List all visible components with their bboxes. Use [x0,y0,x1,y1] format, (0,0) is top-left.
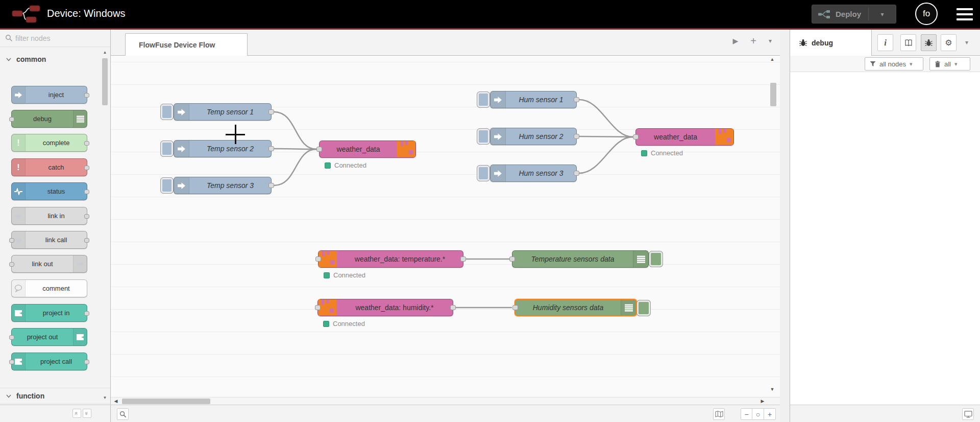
debug-clear-button[interactable]: all ▾ [929,57,970,71]
scrollbar-thumb[interactable] [770,83,776,106]
palette-category-function[interactable]: function [0,388,110,404]
input-port[interactable] [315,256,321,262]
zoom-reset-button[interactable]: ○ [752,408,764,420]
output-port[interactable] [574,97,579,102]
palette-node-link-in[interactable]: link in [11,207,87,225]
palette-node-link-call[interactable]: link call [11,231,87,249]
scroll-down-icon[interactable]: ▼ [768,386,777,393]
scroll-right-icon[interactable]: ▶ [758,397,767,405]
flow-canvas[interactable]: Temp sensor 1 Temp sensor 2 Temp sensor … [111,56,780,397]
config-nodes-tab-button[interactable]: ⚙ [941,34,957,51]
add-flow-button[interactable]: + [750,37,756,44]
info-tab-button[interactable]: i [877,34,893,51]
palette-node-inject[interactable]: inject [11,86,87,104]
tab-flowfuse-device-flow[interactable]: FlowFuse Device Flow [125,33,248,56]
palette-node-project-in[interactable]: project in [11,304,87,322]
flow-node-temperature-sensors-data[interactable]: Temperature sensors data [512,250,649,268]
canvas-vertical-scrollbar[interactable]: ▲ ▼ [768,56,777,397]
output-port[interactable] [268,183,274,188]
map-icon [715,411,723,417]
project-link-icon [12,304,26,321]
inject-trigger-button[interactable] [477,128,490,145]
flow-node-temp-sensor-1[interactable]: Temp sensor 1 [174,103,272,121]
help-tab-button[interactable] [900,34,916,51]
inject-trigger-button[interactable] [477,91,490,108]
scroll-up-icon[interactable]: ▲ [768,56,777,63]
palette-node-catch[interactable]: ! catch [11,158,87,176]
palette-node-debug[interactable]: debug [11,110,87,128]
collapse-categories-button[interactable]: « [72,409,81,418]
input-port[interactable] [509,256,515,262]
exclamation-icon: ! [12,134,26,151]
output-port[interactable] [268,109,274,114]
input-port[interactable] [633,134,639,139]
scroll-down-icon[interactable]: ▼ [101,394,109,402]
output-port[interactable] [574,171,579,176]
flow-tab-bar: FlowFuse Device Flow ▶ + ▾ [111,30,780,56]
palette-node-project-out[interactable]: project out [11,328,87,346]
search-flows-button[interactable] [117,408,129,420]
clear-label: all [944,60,951,68]
flow-node-temp-sensor-3[interactable]: Temp sensor 3 [174,177,272,194]
avatar[interactable]: fo [915,3,938,25]
input-port[interactable] [316,147,322,152]
input-port [9,335,14,340]
right-sidebar: debug i ⚙ ▾ all nodes ▾ all ▾ [790,30,980,422]
inject-trigger-button[interactable] [160,140,174,157]
flow-node-temp-sensor-2[interactable]: Temp sensor 2 [174,140,272,157]
output-port[interactable] [450,305,456,310]
palette-node-project-call[interactable]: project call [11,353,87,370]
open-in-window-button[interactable] [962,408,974,420]
flow-node-hum-sensor-2[interactable]: Hum sensor 2 [490,128,577,145]
status-text: Connected [651,149,683,157]
debug-toggle-button[interactable] [649,251,663,267]
flow-node-hum-sensor-1[interactable]: Hum sensor 1 [490,91,577,108]
canvas-horizontal-scrollbar[interactable]: ◀ ▶ [111,397,780,405]
zoom-in-button[interactable]: + [764,408,776,420]
zoom-out-button[interactable]: − [741,408,752,420]
palette-node-status[interactable]: status [11,182,87,200]
sidebar-splitter[interactable] [780,30,790,422]
output-port[interactable] [460,256,466,262]
output-port[interactable] [268,146,274,151]
flow-node-weather-data-humidity-link[interactable]: weather_data: humidity.* Connected [317,299,453,316]
status-text: Connected [334,161,366,169]
flow-node-hum-sensor-3[interactable]: Hum sensor 3 [490,165,577,182]
flow-node-humidity-sensors-data[interactable]: Humidity sensors data [514,299,637,316]
project-link-icon [73,329,87,345]
debug-tab-button[interactable] [921,34,937,51]
debug-messages-panel[interactable] [790,72,980,405]
deploy-button[interactable]: Deploy ▾ [812,5,896,24]
palette-node-link-out[interactable]: link out [11,255,87,273]
main-menu-button[interactable] [957,8,973,20]
avatar-initials: fo [923,9,930,19]
sidebar-tabs-caret[interactable]: ▾ [965,39,968,46]
debug-toggle-button[interactable] [636,300,651,316]
exclamation-icon: ! [12,159,26,176]
input-port [9,117,14,122]
output-port[interactable] [574,134,579,139]
scrollbar-thumb[interactable] [102,58,108,105]
scroll-up-icon[interactable]: ▲ [101,49,109,56]
flow-node-weather-data-hum[interactable]: weather_data Connected [635,128,734,146]
tab-list-caret[interactable]: ▾ [769,37,772,44]
palette-node-complete[interactable]: ! complete [11,134,87,152]
flow-node-weather-data-temp[interactable]: weather_data Connected [319,140,416,158]
flow-node-weather-data-temperature-link[interactable]: weather_data: temperature.* Connected [318,250,463,268]
next-tab-icon[interactable]: ▶ [733,37,739,45]
debug-filter-button[interactable]: all nodes ▾ [865,57,923,71]
input-port[interactable] [315,305,321,310]
sidebar-tab-debug[interactable]: debug [790,30,872,56]
scrollbar-thumb[interactable] [122,398,210,404]
inject-trigger-button[interactable] [477,165,490,181]
palette-category-common[interactable]: common [0,51,110,67]
inject-trigger-button[interactable] [160,104,174,120]
scroll-left-icon[interactable]: ◀ [112,397,120,405]
inject-trigger-button[interactable] [160,177,174,194]
deploy-options-caret[interactable]: ▾ [869,11,896,18]
filter-nodes-input[interactable] [15,31,100,45]
input-port[interactable] [512,305,518,310]
navigator-button[interactable] [713,408,725,420]
expand-categories-button[interactable]: » [83,409,91,418]
palette-node-comment[interactable]: comment [11,279,87,297]
